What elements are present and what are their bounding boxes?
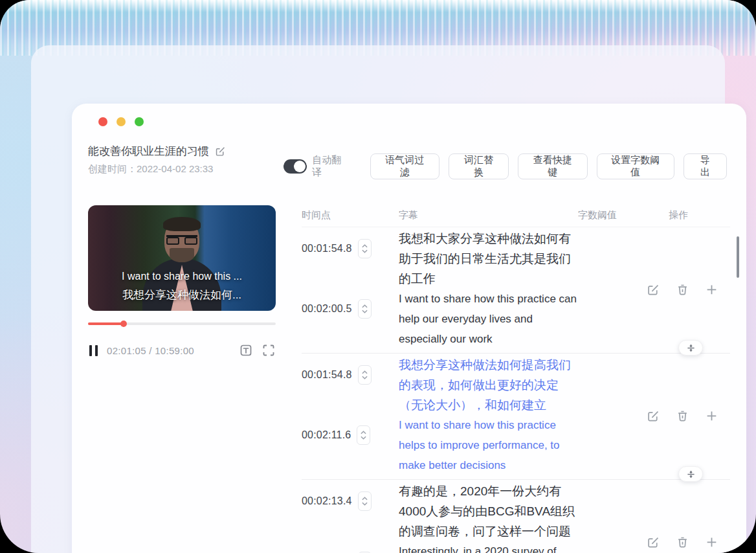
subtitle-text-en[interactable]: Interestingly, in a 2020 survey of some …: [399, 541, 578, 553]
pause-icon[interactable]: [89, 345, 98, 356]
subtitle-text-en[interactable]: I want to share how this practice can he…: [399, 289, 578, 344]
time-stepper[interactable]: [357, 425, 370, 445]
add-icon[interactable]: [705, 409, 718, 422]
subtitle-row: 00:02:13.4 有趣的是，2020年一份大约有4000人参与的由BCG和B…: [302, 480, 730, 540]
app-window: 能改善你职业生涯的习惯 创建时间：2022-04-02 23:33 自动翻译 语…: [72, 104, 746, 553]
edit-icon[interactable]: [647, 282, 660, 296]
edit-icon[interactable]: [647, 409, 660, 422]
delete-icon[interactable]: [676, 409, 689, 422]
subtitle-group: 00:01:54.8 我想分享这种做法如何提高我们的表现，如何做出更好的决定（无…: [302, 354, 730, 480]
speaker-head: [164, 220, 199, 261]
seek-bar[interactable]: [88, 322, 276, 325]
toggle-knob: [294, 161, 306, 172]
video-subtitle-en: I want to share how this ...: [88, 267, 276, 286]
row-actions: [647, 535, 718, 548]
seek-bar-handle[interactable]: [120, 321, 127, 327]
window-controls: [98, 117, 144, 126]
subtitle-toggle-icon[interactable]: [239, 343, 253, 357]
minimize-window-button[interactable]: [117, 117, 126, 126]
char-threshold-button[interactable]: 设置字数阈值: [597, 153, 675, 179]
player-controls: 02:01:05 / 10:59:00: [89, 342, 276, 359]
col-subtitle: 字幕: [399, 209, 578, 221]
time-stepper[interactable]: [358, 491, 372, 511]
subtitle-row: 00:01:54.8 我想和大家分享这种做法如何有助于我们的日常生活尤其是我们的…: [302, 227, 730, 288]
timestamp: 00:01:54.8: [302, 243, 352, 254]
subtitle-table: 时间点 字幕 字数阈值 操作 00:01:54.8: [302, 204, 730, 553]
edit-title-icon[interactable]: [215, 146, 226, 157]
toolbar: 自动翻译 语气词过滤 词汇替换 查看快捷键 设置字数阈值 导出: [284, 153, 727, 179]
table-header: 时间点 字幕 字数阈值 操作: [302, 204, 730, 227]
video-preview[interactable]: I want to share how this ... 我想分享这种做法如何.…: [88, 205, 276, 311]
shortcuts-button[interactable]: 查看快捷键: [518, 153, 587, 179]
filler-words-filter-button[interactable]: 语气词过滤: [370, 153, 439, 179]
auto-translate-toggle[interactable]: [284, 159, 307, 174]
timestamp: 00:02:11.6: [302, 429, 351, 441]
subtitle-group: 00:01:54.8 我想和大家分享这种做法如何有助于我们的日常生活尤其是我们的…: [302, 227, 730, 354]
time-stepper[interactable]: [358, 365, 372, 385]
subtitle-row: 00:02:11.6 I want to share how this prac…: [302, 414, 730, 474]
add-icon[interactable]: [705, 282, 718, 296]
subtitle-group: 00:02:13.4 有趣的是，2020年一份大约有4000人参与的由BCG和B…: [302, 480, 730, 553]
window-frame: 能改善你职业生涯的习惯 创建时间：2022-04-02 23:33 自动翻译 语…: [31, 45, 725, 553]
time-stepper[interactable]: [358, 239, 372, 258]
fullscreen-icon[interactable]: [261, 343, 276, 357]
delete-icon[interactable]: [676, 535, 689, 548]
created-time: 创建时间：2022-04-02 23:33: [88, 163, 213, 175]
export-button[interactable]: 导出: [684, 153, 727, 179]
auto-translate-label: 自动翻译: [312, 154, 346, 179]
word-replace-button[interactable]: 词汇替换: [449, 153, 509, 179]
row-actions: [647, 409, 718, 422]
project-title: 能改善你职业生涯的习惯: [88, 144, 209, 159]
time-stepper[interactable]: [358, 299, 372, 319]
table-scrollbar[interactable]: [737, 236, 739, 278]
video-subtitle-zh: 我想分享这种做法如何...: [88, 286, 276, 304]
subtitle-row: 00:02:00.5 I want to share how this prac…: [302, 288, 730, 348]
close-window-button[interactable]: [98, 117, 107, 126]
desktop-background: 能改善你职业生涯的习惯 创建时间：2022-04-02 23:33 自动翻译 语…: [0, 0, 756, 553]
seek-bar-fill: [88, 322, 124, 325]
timestamp: 00:02:13.4: [302, 495, 352, 507]
row-actions: [647, 282, 718, 296]
video-subtitles: I want to share how this ... 我想分享这种做法如何.…: [88, 267, 276, 304]
timestamp: 00:01:54.8: [302, 369, 352, 381]
col-timepoint: 时间点: [302, 209, 399, 221]
delete-icon[interactable]: [676, 282, 689, 296]
zoom-window-button[interactable]: [135, 117, 144, 126]
subtitle-text-zh[interactable]: 我想和大家分享这种做法如何有助于我们的日常生活尤其是我们的工作: [399, 229, 578, 284]
subtitle-text-zh[interactable]: 有趣的是，2020年一份大约有4000人参与的由BCG和BVA组织的调查问卷，问…: [399, 481, 578, 537]
subtitle-text-zh[interactable]: 我想分享这种做法如何提高我们的表现，如何做出更好的决定（无论大小），和如何建立: [399, 355, 578, 411]
subtitle-text-en[interactable]: I want to share how this practice helps …: [399, 415, 578, 471]
time-display: 02:01:05 / 10:59:00: [107, 345, 194, 356]
col-actions: 操作: [669, 209, 730, 221]
col-threshold: 字数阈值: [578, 209, 669, 221]
edit-icon[interactable]: [647, 535, 660, 548]
subtitle-row: 00:01:54.8 我想分享这种做法如何提高我们的表现，如何做出更好的决定（无…: [302, 354, 730, 414]
add-icon[interactable]: [705, 535, 718, 548]
timestamp: 00:02:00.5: [302, 303, 352, 315]
